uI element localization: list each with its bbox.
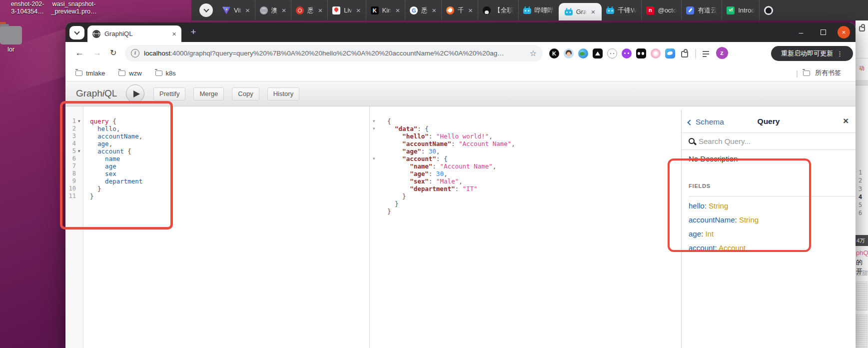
url-text[interactable]: localhost:4000/graphql?query=query%20%7B… <box>144 50 525 57</box>
browser-tab[interactable]: @octo <box>641 0 681 20</box>
bookmark-folder-wzw[interactable]: wzw <box>118 70 141 77</box>
new-tab-button[interactable]: + <box>187 26 199 38</box>
history-button[interactable]: History <box>267 88 299 100</box>
browser-tab[interactable]: Kin× <box>366 0 405 20</box>
browser-tab[interactable]: Introd <box>722 0 759 20</box>
browser-tab[interactable]: 悉× <box>291 0 327 20</box>
tab-close-icon[interactable]: × <box>281 6 287 14</box>
pin-icon <box>332 6 340 14</box>
browser-tab[interactable]: Gra× <box>559 3 602 20</box>
restart-update-button[interactable]: 重新启动即可更新 ⋮ <box>771 46 853 61</box>
merge-button[interactable]: Merge <box>193 88 224 100</box>
execute-query-button[interactable] <box>126 84 144 103</box>
puzzle-icon[interactable] <box>680 48 690 58</box>
all-bookmarks[interactable]: | 所有书签 <box>796 68 841 78</box>
fold-arrow-icon[interactable]: ▾ <box>373 155 378 162</box>
prettify-button[interactable]: Prettify <box>153 88 185 100</box>
tab-close-icon[interactable]: × <box>356 6 361 14</box>
back-button[interactable]: ← <box>75 48 84 58</box>
ksq-icon <box>371 6 379 14</box>
flower-icon[interactable] <box>651 48 661 58</box>
browser-tab[interactable]: 哔哩哔 <box>518 0 559 20</box>
bird-icon[interactable] <box>665 48 675 58</box>
minimize-button[interactable]: – <box>796 27 806 37</box>
kebab-menu-icon[interactable]: ⋮ <box>837 50 843 58</box>
panda-icon[interactable] <box>636 48 646 58</box>
folder-icon <box>118 70 125 76</box>
browser-tab[interactable]: 【全职 <box>478 0 518 20</box>
result-pane: ▾▾▾ { "data": { "hello": "Hello world!",… <box>370 106 681 348</box>
browser-navbar: ← → ↻ i localhost:4000/graphql?query=que… <box>65 42 856 65</box>
code-line: } <box>387 208 515 215</box>
tab-label: Liv <box>344 6 352 14</box>
fold-arrow-icon[interactable]: ▾ <box>373 125 378 132</box>
maximize-button[interactable] <box>818 27 828 37</box>
bookmark-folder-tmlake[interactable]: tmlake <box>75 70 105 77</box>
list-number: 5 <box>859 201 862 209</box>
window-close-button[interactable]: × <box>838 26 850 38</box>
forward-button[interactable]: → <box>92 48 101 58</box>
address-bar[interactable]: i localhost:4000/graphql?query=query%20%… <box>125 45 543 62</box>
list-number: 4 <box>859 193 862 201</box>
annotation-box-fields <box>668 158 811 252</box>
folder-icon <box>155 70 162 76</box>
toolbar-band <box>856 80 868 86</box>
browser-tab[interactable]: 有道云 <box>681 0 722 20</box>
active-browser-tab[interactable]: GraphiQL × <box>87 26 181 42</box>
doc-close-button[interactable]: × <box>843 116 849 126</box>
reload-button[interactable]: ↻ <box>110 48 116 58</box>
bili-icon <box>523 8 531 14</box>
tab-search-button[interactable] <box>69 26 84 40</box>
tab-close-icon[interactable]: × <box>590 8 596 16</box>
flame-icon <box>446 6 454 14</box>
folder-label: lor <box>0 46 22 53</box>
tab-close-icon[interactable]: × <box>172 30 176 38</box>
folder-icon[interactable] <box>0 26 22 44</box>
doc-search-bar[interactable]: Search Query... <box>682 133 856 150</box>
browser-tab[interactable]: 悉× <box>405 0 441 20</box>
browser-tab[interactable] <box>759 0 778 20</box>
code-line: "hello": "Hello world!", <box>387 132 515 140</box>
bili-icon <box>565 10 573 16</box>
code-line: } <box>387 200 515 208</box>
bookmark-star-icon[interactable]: ☆ <box>530 48 537 58</box>
thumbnail[interactable] <box>856 314 868 348</box>
divider <box>856 58 868 58</box>
chevron-down-icon <box>203 6 209 12</box>
browser-tab[interactable]: 千锋W <box>602 0 641 20</box>
tab-close-icon[interactable]: × <box>245 6 250 14</box>
code-line: "age": 30, <box>387 148 515 155</box>
tab-close-icon[interactable]: × <box>431 6 437 14</box>
site-info-icon[interactable]: i <box>131 49 139 58</box>
tab-close-icon[interactable]: × <box>468 6 473 14</box>
browser-tab[interactable]: 千× <box>441 0 478 20</box>
copy-button[interactable]: Copy <box>232 88 259 100</box>
browser-tab[interactable]: 澳× <box>255 0 291 20</box>
code-line: "name": "Account Name", <box>387 162 515 170</box>
tab-label: 悉 <box>307 6 314 15</box>
a-square-icon[interactable] <box>593 48 603 58</box>
smiley-icon[interactable] <box>607 48 617 58</box>
tab-label: Gra <box>576 8 587 16</box>
thumbnail[interactable] <box>856 282 868 310</box>
persona-icon[interactable] <box>564 48 574 58</box>
tab-search-button[interactable] <box>199 4 213 17</box>
desktop-icon-label[interactable]: wasi_snapshot- _preview1.pro… <box>43 0 105 16</box>
profile-z-icon[interactable] <box>716 47 728 59</box>
tab-label: Vit <box>234 6 241 14</box>
purple-bot-icon[interactable] <box>622 48 632 58</box>
fold-arrow-icon[interactable]: ▾ <box>373 118 378 125</box>
list-number: 3 <box>859 185 862 193</box>
extensions-puzzle-icon[interactable] <box>858 24 866 32</box>
browser-tab[interactable]: Liv× <box>327 0 365 20</box>
tab-close-icon[interactable]: × <box>317 6 323 14</box>
tab-label: @octo <box>658 6 677 14</box>
k-circle-icon[interactable] <box>549 48 559 58</box>
bookmark-folder-k8s[interactable]: k8s <box>155 70 176 77</box>
reading-list-icon[interactable] <box>702 48 712 58</box>
separator: | <box>796 69 798 78</box>
link-text-fragment[interactable]: phQL <box>856 249 868 256</box>
earth-icon[interactable] <box>578 48 588 58</box>
browser-tab[interactable]: Vit× <box>218 0 255 20</box>
tab-close-icon[interactable]: × <box>395 6 400 14</box>
